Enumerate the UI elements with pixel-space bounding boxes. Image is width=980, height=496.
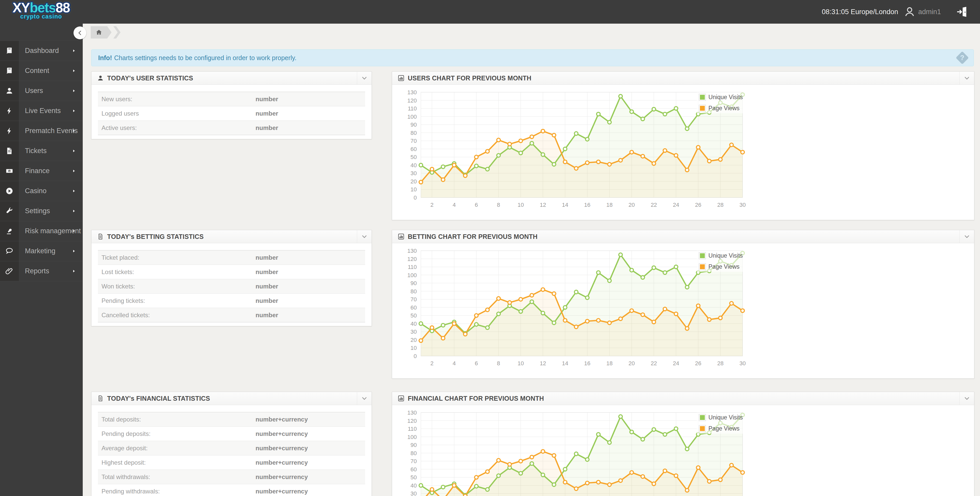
svg-text:24: 24: [673, 202, 679, 208]
sidebar-item-tickets[interactable]: Tickets: [0, 141, 83, 161]
sidebar-item-content[interactable]: Content: [0, 61, 83, 81]
money-icon: 1: [0, 161, 19, 181]
panel-title: TODAY's USER STATISTICS: [107, 75, 193, 82]
info-alert-message: Charts settings needs to be configured i…: [114, 54, 296, 62]
svg-text:24: 24: [673, 360, 679, 367]
chevron-down-icon: [361, 75, 368, 82]
user-icon: [0, 81, 19, 101]
avatar-icon[interactable]: [904, 6, 915, 18]
sidebar-item-reports[interactable]: Reports: [0, 261, 83, 281]
chevron-right-icon: [72, 49, 76, 53]
chevron-down-icon: [361, 233, 368, 240]
logout-icon[interactable]: [956, 6, 968, 18]
svg-text:12: 12: [540, 360, 546, 367]
chevron-right-icon: [72, 269, 76, 273]
panel-collapse-button[interactable]: [357, 392, 372, 405]
panel-title: USERS CHART FOR PREVIOUS MONTH: [408, 75, 531, 82]
stat-label: Total deposits:: [102, 416, 141, 423]
panel-collapse-button[interactable]: [959, 72, 974, 84]
sidebar-collapse-button[interactable]: [73, 27, 86, 39]
svg-text:30: 30: [410, 329, 417, 335]
stat-value: number+currency: [256, 416, 308, 423]
svg-text:130: 130: [407, 409, 417, 416]
panel-users-chart: USERS CHART FOR PREVIOUS MONTH 010203040…: [392, 72, 974, 220]
chart-icon: [398, 233, 404, 240]
sidebar-item-risk-management[interactable]: Risk management: [0, 221, 83, 241]
user-icon: [97, 75, 104, 81]
svg-text:40: 40: [410, 162, 417, 169]
legend-label: Unique Visits: [708, 94, 743, 101]
chevron-right-icon: [72, 209, 76, 213]
stat-row: Total withdrawals:number+currency: [98, 470, 365, 484]
sidebar-item-prematch-events[interactable]: Prematch Events: [0, 121, 83, 141]
panel-title: FINANCIAL CHART FOR PREVIOUS MONTH: [408, 395, 544, 402]
stat-row: Lost tickets:number: [98, 265, 365, 279]
stat-row: New users:number: [98, 92, 365, 107]
stat-label: Total withdrawals:: [102, 474, 150, 480]
stat-value: number: [256, 124, 278, 132]
breadcrumb-home-button[interactable]: [91, 26, 107, 38]
info-alert: Info! Charts settings needs to be config…: [91, 49, 974, 66]
panel-betting-chart: BETTING CHART FOR PREVIOUS MONTH 0102030…: [392, 230, 974, 378]
legend-swatch: [699, 414, 706, 421]
svg-text:110: 110: [408, 426, 417, 432]
stat-row: Cancelled tickets:number: [98, 308, 365, 322]
panel-collapse-button[interactable]: [959, 392, 974, 405]
username-label[interactable]: admin1: [918, 8, 941, 16]
svg-text:14: 14: [562, 202, 568, 208]
svg-text:80: 80: [410, 450, 417, 456]
panel-collapse-button[interactable]: [357, 72, 372, 84]
sidebar-item-label: Dashboard: [25, 47, 59, 55]
help-icon[interactable]: ?: [956, 51, 969, 64]
sidebar-item-dashboard[interactable]: Dashboard: [0, 41, 83, 61]
svg-text:60: 60: [410, 146, 417, 152]
panel-title: BETTING CHART FOR PREVIOUS MONTH: [408, 233, 538, 240]
stat-label: Highest deposit:: [102, 459, 146, 466]
sidebar-item-finance[interactable]: 1Finance: [0, 161, 83, 181]
panel-collapse-button[interactable]: [959, 230, 974, 243]
svg-text:50: 50: [410, 312, 417, 319]
sidebar-item-casino[interactable]: Casino: [0, 181, 83, 201]
legend-swatch: [699, 425, 706, 432]
sidebar-item-marketing[interactable]: Marketing: [0, 241, 83, 261]
stat-value: number: [256, 269, 278, 276]
app-logo[interactable]: XYbets88 crypto casino: [7, 0, 76, 20]
panel-user-statistics: TODAY's USER STATISTICS New users:number…: [91, 72, 372, 139]
legend-label: Unique Visits: [708, 252, 743, 259]
legend-label: Unique Visits: [708, 414, 743, 421]
svg-text:12: 12: [540, 202, 546, 208]
chart-legend: Unique VisitsPage Views: [697, 92, 745, 113]
users-line-chart: 0102030405060708090100110120130246810121…: [405, 87, 754, 219]
svg-text:40: 40: [410, 482, 417, 489]
topbar: XYbets88 crypto casino 08:31:05 Europe/L…: [0, 0, 980, 24]
sidebar-item-users[interactable]: Users: [0, 81, 83, 101]
panel-title: TODAY's BETTING STATISTICS: [107, 233, 204, 240]
sidebar-item-live-events[interactable]: Live Events: [0, 101, 83, 121]
play-icon: [0, 181, 19, 201]
sidebar-item-label: Tickets: [25, 147, 47, 155]
stat-value: number: [256, 110, 278, 117]
svg-text:50: 50: [410, 154, 417, 160]
svg-text:100: 100: [407, 434, 417, 440]
book-icon: [0, 61, 19, 81]
svg-text:120: 120: [407, 418, 417, 424]
clock-text: 08:31:05 Europe/London: [822, 8, 898, 16]
svg-text:60: 60: [410, 304, 417, 311]
svg-text:10: 10: [517, 202, 523, 208]
legend-swatch: [699, 94, 706, 101]
svg-text:70: 70: [410, 138, 417, 144]
stat-value: number+currency: [256, 474, 308, 480]
legend-entry: Page Views: [699, 105, 743, 112]
stat-row: Logged usersnumber: [98, 107, 365, 121]
sidebar-menu: DashboardContentUsersLive EventsPrematch…: [0, 24, 83, 281]
info-alert-prefix: Info!: [98, 54, 112, 62]
document-icon: [97, 233, 104, 240]
legend-entry: Unique Visits: [699, 414, 743, 421]
svg-text:120: 120: [407, 97, 417, 104]
sidebar-item-label: Marketing: [25, 247, 56, 255]
svg-text:28: 28: [717, 360, 723, 367]
chevron-right-icon: [72, 169, 76, 173]
panel-collapse-button[interactable]: [357, 230, 372, 243]
legend-entry: Unique Visits: [699, 252, 743, 259]
sidebar-item-settings[interactable]: Settings: [0, 201, 83, 221]
